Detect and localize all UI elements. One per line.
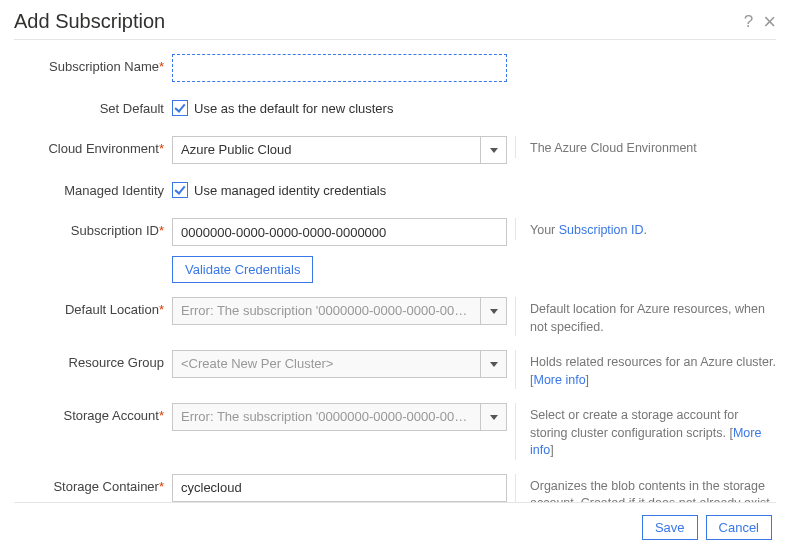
resource-group-help: Holds related resources for an Azure clu… <box>515 350 776 389</box>
default-location-label: Default Location <box>65 302 159 317</box>
resource-group-select[interactable]: <Create New Per Cluster> <box>172 350 507 378</box>
storage-account-dropdown-btn[interactable] <box>480 404 506 430</box>
required-asterisk: * <box>159 302 164 317</box>
validate-credentials-button[interactable]: Validate Credentials <box>172 256 313 283</box>
subscription-id-label: Subscription ID <box>71 223 159 238</box>
default-location-help: Default location for Azure resources, wh… <box>515 297 776 336</box>
cloud-environment-select[interactable]: Azure Public Cloud <box>172 136 507 164</box>
set-default-checkbox[interactable] <box>172 100 188 116</box>
cloud-environment-value: Azure Public Cloud <box>173 137 480 163</box>
set-default-checkbox-label: Use as the default for new clusters <box>194 101 393 116</box>
resource-group-label: Resource Group <box>69 355 164 370</box>
resource-group-dropdown-btn[interactable] <box>480 351 506 377</box>
caret-down-icon <box>490 362 498 367</box>
close-icon[interactable]: × <box>763 13 776 30</box>
default-location-select[interactable]: Error: The subscription '0000000-0000-00… <box>172 297 507 325</box>
cloud-environment-dropdown-btn[interactable] <box>480 137 506 163</box>
managed-identity-checkbox[interactable] <box>172 182 188 198</box>
caret-down-icon <box>490 415 498 420</box>
required-asterisk: * <box>159 479 164 494</box>
cancel-button[interactable]: Cancel <box>706 515 772 540</box>
caret-down-icon <box>490 309 498 314</box>
subscription-id-input[interactable] <box>172 218 507 246</box>
managed-identity-checkbox-label: Use managed identity credentials <box>194 183 386 198</box>
default-location-value: Error: The subscription '0000000-0000-00… <box>173 298 480 324</box>
required-asterisk: * <box>159 408 164 423</box>
subscription-id-link[interactable]: Subscription ID <box>559 223 644 237</box>
help-icon[interactable]: ? <box>744 12 753 32</box>
resource-group-more-info-link[interactable]: More info <box>533 373 585 387</box>
storage-account-label: Storage Account <box>64 408 159 423</box>
storage-account-select[interactable]: Error: The subscription '0000000-0000-00… <box>172 403 507 431</box>
storage-account-help: Select or create a storage account for s… <box>515 403 776 460</box>
save-button[interactable]: Save <box>642 515 698 540</box>
required-asterisk: * <box>159 141 164 156</box>
add-subscription-dialog: Add Subscription ? × Subscription Name* … <box>0 0 790 552</box>
header-icons: ? × <box>744 12 776 32</box>
required-asterisk: * <box>159 223 164 238</box>
storage-container-label: Storage Container <box>53 479 159 494</box>
dialog-title: Add Subscription <box>14 10 165 33</box>
cloud-environment-label: Cloud Environment <box>48 141 159 156</box>
required-asterisk: * <box>159 59 164 74</box>
storage-account-value: Error: The subscription '0000000-0000-00… <box>173 404 480 430</box>
resource-group-value: <Create New Per Cluster> <box>173 351 480 377</box>
dialog-footer: Save Cancel <box>14 502 776 552</box>
managed-identity-label: Managed Identity <box>64 183 164 198</box>
form: Subscription Name* Set Default Use as th… <box>14 54 776 502</box>
subscription-id-help: Your Subscription ID. <box>515 218 776 240</box>
caret-down-icon <box>490 148 498 153</box>
storage-container-input[interactable] <box>172 474 507 502</box>
default-location-dropdown-btn[interactable] <box>480 298 506 324</box>
dialog-header: Add Subscription ? × <box>14 10 776 40</box>
storage-container-help: Organizes the blob contents in the stora… <box>515 474 776 503</box>
cloud-environment-help: The Azure Cloud Environment <box>515 136 776 158</box>
subscription-name-label: Subscription Name <box>49 59 159 74</box>
subscription-name-input[interactable] <box>172 54 507 82</box>
set-default-label: Set Default <box>100 101 164 116</box>
